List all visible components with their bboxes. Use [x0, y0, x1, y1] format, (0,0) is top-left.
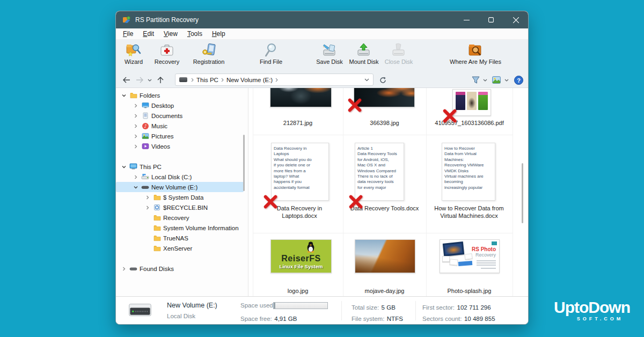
menu-item-help[interactable]: Help — [207, 30, 230, 38]
filter-dropdown-button[interactable] — [481, 72, 489, 88]
splash-photo — [449, 259, 458, 266]
videos-icon — [141, 142, 149, 150]
toolbar-label: Recovery — [155, 58, 179, 65]
status-space-free-label: Space free: — [240, 316, 272, 322]
file-thumbnail-doc-tools[interactable]: Article 1 Data Recovery Tools for Androi… — [355, 143, 404, 201]
drive-icon — [179, 77, 187, 82]
back-button[interactable] — [120, 72, 132, 88]
view-mode-button[interactable] — [491, 72, 502, 88]
up-button[interactable] — [155, 72, 166, 88]
desktop-icon — [141, 101, 149, 109]
sidebar-item-folders[interactable]: Folders — [116, 90, 244, 100]
wizard-icon — [126, 42, 141, 57]
wizard-button[interactable]: Wizard — [121, 42, 146, 65]
status-file-system-value: NTFS — [387, 316, 403, 322]
where-are-my-files-icon — [469, 42, 483, 57]
forward-button[interactable] — [134, 72, 145, 88]
thumb-splash-subtitle: Recovery — [475, 252, 496, 258]
sidebar-item-new-volume-e[interactable]: New Volume (E:) — [116, 182, 244, 192]
sidebar-item-music[interactable]: ♪ Music — [116, 121, 244, 131]
where-are-my-files-button[interactable]: Where Are My Files — [444, 42, 507, 65]
chevron-right-icon[interactable] — [144, 204, 151, 211]
space-used-fill — [274, 303, 275, 309]
chevron-down-icon[interactable] — [120, 163, 127, 170]
menu-item-file[interactable]: File — [118, 30, 138, 38]
sidebar-item-truenas[interactable]: TrueNAS — [116, 233, 244, 243]
chevron-right-icon[interactable] — [144, 194, 151, 201]
file-thumbnail-366398[interactable] — [354, 88, 415, 107]
chevron-right-icon[interactable] — [132, 112, 139, 119]
music-icon: ♪ — [141, 122, 149, 130]
menu-item-tools[interactable]: Tools — [182, 30, 207, 38]
view-dropdown-button[interactable] — [503, 72, 510, 88]
sidebar-item-this-pc[interactable]: This PC — [116, 162, 244, 172]
sidebar-item-xenserver[interactable]: XenServer — [116, 243, 244, 253]
file-name[interactable]: 4109557_1603136086.pdf — [426, 119, 513, 127]
chevron-right-icon[interactable] — [120, 265, 127, 272]
chevron-right-icon[interactable] — [132, 102, 139, 109]
minimize-button[interactable] — [454, 11, 479, 28]
sidebar-item-system-volume-information[interactable]: System Volume Information — [116, 223, 244, 233]
save-disk-button[interactable]: Save Disk — [313, 42, 346, 65]
folder-icon — [153, 244, 161, 252]
window-title: RS Partition Recovery — [135, 16, 199, 24]
maximize-button[interactable] — [479, 11, 503, 28]
sidebar-item-system-data[interactable]: $ System Data — [116, 192, 244, 202]
refresh-button[interactable] — [377, 72, 389, 88]
chevron-right-icon[interactable] — [132, 173, 139, 180]
mount-disk-button[interactable]: Mount Disk — [346, 42, 382, 65]
file-name[interactable]: mojave-day.jpg — [343, 287, 426, 295]
file-name[interactable]: logo.jpg — [253, 287, 343, 295]
file-name[interactable]: Photo-splash.jpg — [426, 287, 513, 295]
sidebar-item-desktop[interactable]: Desktop — [116, 100, 244, 111]
help-button[interactable]: ? — [512, 72, 525, 88]
chevron-right-icon[interactable] — [132, 122, 139, 129]
find-file-button[interactable]: Find File — [257, 42, 286, 65]
toolbar-label: Wizard — [125, 58, 143, 65]
tree-scrollbar[interactable] — [243, 135, 245, 191]
toolbar-label: Save Disk — [316, 58, 343, 65]
statusbar: New Volume (E:) Local Disk Space used: S… — [116, 296, 528, 324]
sidebar-item-local-disk-c[interactable]: Local Disk (C:) — [116, 172, 244, 182]
address-dropdown-button[interactable] — [364, 78, 369, 82]
status-file-system-label: File system: — [352, 316, 384, 322]
sidebar-item-recycle-bin[interactable]: $RECYCLE.BIN — [116, 202, 244, 213]
found-disks-icon — [129, 265, 137, 273]
splash-photo — [442, 256, 450, 262]
filter-funnel-icon — [472, 76, 480, 84]
sidebar-item-documents[interactable]: Documents — [116, 111, 244, 121]
filter-button[interactable] — [470, 72, 481, 88]
sidebar-item-pictures[interactable]: Pictures — [116, 131, 244, 141]
menu-item-view[interactable]: View — [159, 30, 182, 38]
file-name[interactable]: 366398.jpg — [343, 119, 426, 127]
chevron-right-icon[interactable] — [132, 143, 139, 150]
file-thumbnail-212871[interactable] — [270, 88, 332, 107]
file-thumbnail-pdf[interactable] — [452, 89, 491, 116]
grid-scrollbar[interactable] — [522, 163, 523, 223]
file-thumbnail-logo[interactable]: ReiserFS Linux File System — [270, 239, 332, 273]
chevron-down-icon — [148, 79, 152, 82]
breadcrumb-this-pc[interactable]: This PC — [196, 77, 218, 83]
recovery-button[interactable]: Recovery — [151, 42, 182, 65]
breadcrumb-new-volume[interactable]: New Volume (E:) — [226, 77, 273, 83]
file-thumbnail-doc-vm[interactable]: How to Recover Data from Virtual Machine… — [442, 143, 495, 201]
file-grid: 212871.jpg 366398.jpg 4109557_1603136086… — [248, 88, 528, 297]
pictures-icon — [141, 132, 149, 140]
sidebar-item-videos[interactable]: Videos — [116, 141, 244, 151]
chevron-down-icon[interactable] — [120, 92, 127, 99]
history-dropdown-button[interactable] — [145, 72, 154, 88]
file-thumbnail-mojave[interactable] — [355, 239, 415, 273]
file-thumbnail-photo-splash[interactable]: RS Photo Recovery — [440, 239, 500, 273]
registration-button[interactable]: Registration — [189, 42, 229, 65]
file-name[interactable]: How to Recover Data from Virtual Machine… — [429, 204, 509, 220]
sidebar-item-found-disks[interactable]: Found Disks — [116, 263, 244, 274]
maximize-icon — [488, 17, 494, 23]
chevron-down-icon[interactable] — [132, 184, 139, 191]
menu-item-edit[interactable]: Edit — [138, 30, 159, 38]
chevron-right-icon[interactable] — [132, 133, 139, 140]
file-thumbnail-doc-laptops[interactable]: Data Recovery in Laptops What should you… — [271, 143, 329, 201]
sidebar-item-recovery[interactable]: Recovery — [116, 213, 244, 223]
address-bar[interactable]: This PC New Volume (E:) — [175, 74, 374, 86]
close-button[interactable] — [503, 11, 528, 28]
file-name[interactable]: 212871.jpg — [253, 119, 343, 127]
